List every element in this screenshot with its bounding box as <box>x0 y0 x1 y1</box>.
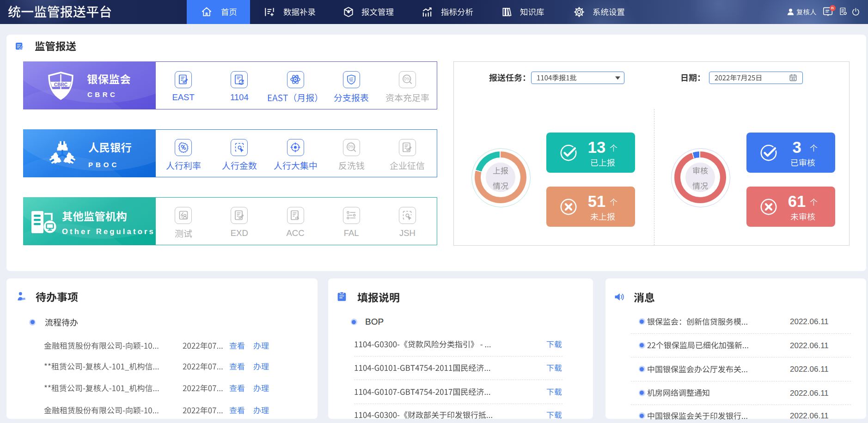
svg-text:31: 31 <box>791 77 795 81</box>
svg-text:CBRC: CBRC <box>54 82 67 87</box>
